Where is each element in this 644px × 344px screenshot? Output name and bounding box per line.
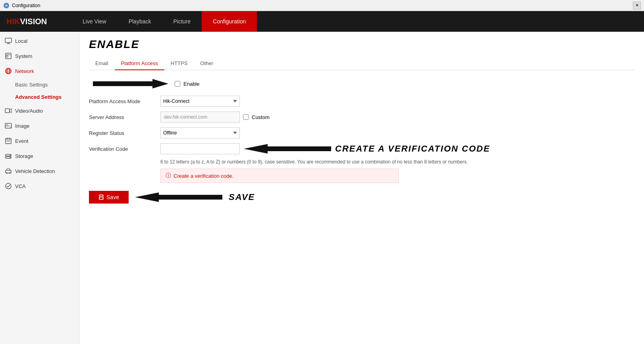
svg-rect-6 [6,56,8,57]
title-bar-text: Configuration [12,3,40,8]
image-icon [5,122,12,129]
event-icon [5,137,12,144]
vehicle-icon [5,167,12,175]
info-text: 6 to 12 letters (a to z, A to Z) or numb… [160,159,478,165]
platform-access-mode-select[interactable]: Hik-Connect [160,96,240,107]
warning-row: ⓘ Create a verification code. [160,169,399,183]
sidebar-label-network: Network [15,68,34,74]
register-status-label: Register Status [89,130,160,136]
register-status-control: Offline Online [160,127,240,138]
title-bar: Configuration ✕ [0,0,644,11]
svg-rect-15 [6,138,11,144]
sidebar-label-image: Image [15,123,29,129]
logo: HIK VISION [0,17,71,26]
vca-icon [5,183,12,190]
nav-items: Live View Playback Picture Configuration [71,11,257,32]
svg-marker-33 [135,192,222,202]
sidebar: Local System Network Basic Settings [0,32,79,344]
sidebar-label-vehicle-detection: Vehicle Detection [15,168,55,174]
custom-checkbox[interactable] [243,114,249,120]
register-status-row: Register Status Offline Online [89,127,634,138]
storage-icon [5,152,12,160]
enable-checkbox[interactable] [175,81,180,86]
enable-banner-text: ENABLE [89,38,139,51]
sidebar-label-event: Event [15,138,28,144]
server-address-control: Custom [160,111,270,123]
verification-arrow [244,143,331,154]
tab-https[interactable]: HTTPS [164,57,194,70]
svg-marker-28 [93,79,168,88]
svg-point-27 [6,183,11,189]
top-nav: HIK VISION Live View Playback Picture Co… [0,11,644,32]
svg-rect-31 [100,195,102,196]
platform-access-mode-label: Platform Access Mode [89,98,160,104]
tab-platform-access[interactable]: Platform Access [115,57,164,70]
enable-arrow [89,78,168,89]
enable-checkbox-row: Enable [172,81,199,87]
sidebar-label-basic-settings: Basic Settings [15,82,48,88]
svg-point-23 [10,157,11,158]
tab-email[interactable]: Email [89,57,115,70]
sidebar-item-system[interactable]: System [0,48,79,63]
svg-rect-32 [100,197,103,199]
sidebar-item-local[interactable]: Local [0,33,79,48]
svg-point-22 [10,155,11,156]
save-annotation-label: SAVE [229,192,255,202]
network-icon [5,67,12,75]
sidebar-item-vehicle-detection[interactable]: Vehicle Detection [0,163,79,179]
enable-banner-row: ENABLE [89,38,634,56]
system-icon [5,52,12,60]
sidebar-label-video-audio: Video/Audio [15,108,43,114]
video-icon [5,107,12,114]
main-layout: Local System Network Basic Settings [0,32,644,344]
server-address-row: Server Address Custom [89,111,634,123]
sidebar-item-basic-settings[interactable]: Basic Settings [0,79,79,91]
sidebar-item-video-audio[interactable]: Video/Audio [0,103,79,118]
content-area: ENABLE Email Platform Access HTTPS Other… [79,32,644,344]
nav-live-view[interactable]: Live View [71,11,118,32]
sidebar-label-storage: Storage [15,153,33,159]
verification-code-label: Verification Code [89,146,160,152]
sidebar-label-system: System [15,53,32,59]
server-address-label: Server Address [89,114,160,120]
tab-other[interactable]: Other [194,57,220,70]
create-verification-label: CREATE A VERIFICATION CODE [335,144,490,154]
enable-row-container: Enable [89,78,634,89]
nav-picture[interactable]: Picture [162,11,202,32]
sidebar-item-network[interactable]: Network [0,63,79,79]
sidebar-item-vca[interactable]: VCA [0,179,79,194]
logo-vision: VISION [20,17,47,26]
verification-code-control: CREATE A VERIFICATION CODE [160,143,490,154]
register-status-select[interactable]: Offline Online [160,127,240,138]
custom-label: Custom [252,114,270,120]
sidebar-item-image[interactable]: Image [0,118,79,133]
enable-label: Enable [183,81,199,87]
sidebar-item-event[interactable]: Event [0,133,79,148]
sidebar-label-local: Local [15,38,27,44]
sidebar-item-storage[interactable]: Storage [0,148,79,163]
logo-hik: HIK [6,17,20,26]
svg-rect-1 [5,38,12,42]
save-arrow [135,192,222,203]
platform-access-mode-row: Platform Access Mode Hik-Connect [89,96,634,107]
sidebar-label-vca: VCA [15,183,26,189]
monitor-icon [5,37,12,44]
nav-playback[interactable]: Playback [118,11,162,32]
svg-rect-12 [5,109,10,113]
warning-icon: ⓘ [166,172,171,179]
warning-link[interactable]: Create a verification code. [174,173,233,179]
save-label: Save [106,194,119,200]
server-address-input[interactable] [160,111,240,123]
sidebar-item-advanced-settings[interactable]: Advanced Settings [0,91,79,103]
platform-access-mode-control: Hik-Connect [160,96,240,107]
sidebar-label-advanced-settings: Advanced Settings [15,94,62,100]
verification-code-input[interactable] [160,143,240,154]
close-button[interactable]: ✕ [633,2,641,10]
verification-code-row: Verification Code CREATE A VERIFICATION … [89,143,634,154]
svg-marker-29 [244,144,331,154]
browser-icon [3,2,10,9]
tabs: Email Platform Access HTTPS Other [89,57,634,70]
save-icon [98,194,104,200]
save-button[interactable]: Save [89,191,129,204]
nav-configuration[interactable]: Configuration [202,11,257,32]
